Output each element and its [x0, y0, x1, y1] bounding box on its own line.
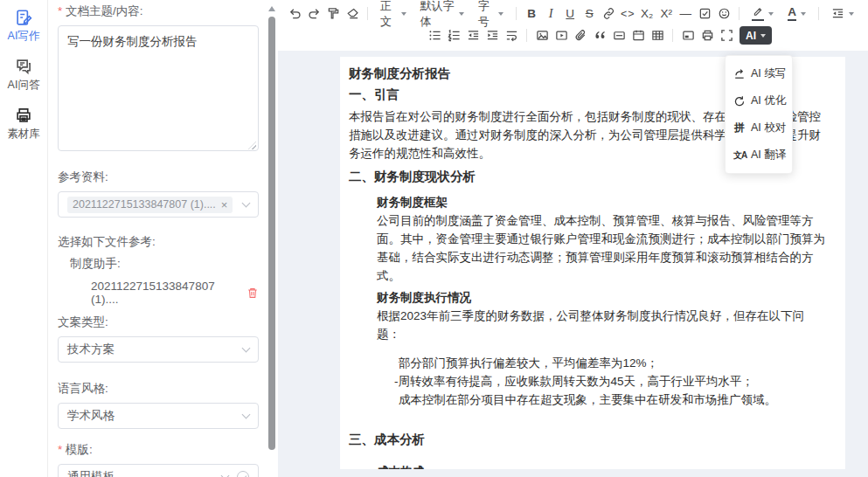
doc-subheading: 财务制度执行情况 [377, 288, 828, 307]
superscript-icon[interactable]: X² [656, 3, 676, 24]
reference-tag-text: 2021122715133847807 (1).... [73, 198, 216, 211]
scrollbar-thumb[interactable] [268, 17, 275, 450]
menu-item-ai-proofread[interactable]: 拼 AI 校对 [726, 114, 792, 142]
insert-video-icon[interactable] [552, 25, 571, 45]
menu-item-label: AI 校对 [751, 121, 786, 135]
strikethrough-icon[interactable]: S [580, 3, 599, 24]
nav-rail: AI写作 AI问答 素材库 [0, 0, 48, 477]
topic-textarea[interactable]: 写一份财务制度分析报告 [58, 25, 259, 151]
style-label: 语言风格: [58, 381, 259, 397]
assistant-label: 制度助手: [70, 256, 259, 272]
numbered-list-icon[interactable] [444, 25, 463, 45]
task-checkbox-icon[interactable] [695, 3, 714, 24]
inline-code-icon[interactable]: <> [618, 3, 637, 24]
doc-list-item: -周转效率有待提高，应收账款周转天数为45天，高于行业平均水平； [394, 372, 828, 391]
sidebar-item-ai-qa[interactable]: AI问答 [8, 58, 40, 93]
ai-tools-menu: AI 续写 AI 优化 拼 AI 校对 文A AI 翻译 [725, 55, 793, 174]
remove-tag-icon[interactable]: × [221, 198, 228, 211]
chevron-down-icon [242, 198, 251, 207]
emoji-icon[interactable] [714, 3, 733, 24]
clear-format-eraser-icon[interactable] [343, 3, 362, 24]
undo-icon[interactable] [285, 3, 304, 24]
file-name: 2021122715133847807 (1).... [91, 280, 234, 306]
menu-item-ai-continue[interactable]: AI 续写 [726, 60, 792, 87]
blockquote-icon[interactable] [590, 25, 609, 45]
sidebar-item-label: AI写作 [8, 29, 40, 44]
doc-paragraph: 公司目前的制度涵盖了资金管理、成本控制、预算管理、核算与报告、风险管理等方面。其… [377, 211, 828, 285]
chevron-down-icon [498, 12, 503, 16]
editor-area: 正文 默认字体 字号 B I U S <> X₂ X² — [278, 0, 868, 477]
writing-form-panel: 文档主题/内容: 写一份财务制度分析报告 参考资料: 2021122715133… [48, 0, 278, 477]
sidebar-item-label: AI问答 [8, 78, 40, 93]
doc-subheading: 财务制度框架 [377, 193, 828, 211]
check-circle-icon [237, 471, 249, 477]
sidebar-item-label: 素材库 [7, 127, 40, 142]
underline-icon[interactable]: U [560, 3, 580, 24]
bold-icon[interactable]: B [522, 3, 541, 24]
sidebar-item-ai-writing[interactable]: AI写作 [8, 9, 40, 44]
editor-toolbar: 正文 默认字体 字号 B I U S <> X₂ X² — [278, 0, 868, 51]
font-size-dropdown[interactable]: 字号 [471, 3, 511, 24]
sidebar-item-material-library[interactable]: 素材库 [7, 107, 40, 142]
highlight-color-dropdown[interactable] [745, 3, 781, 24]
toolbar-divider [367, 7, 368, 20]
continue-writing-icon [733, 68, 746, 80]
preview-icon[interactable] [678, 25, 698, 45]
doc-type-label: 文案类型: [58, 315, 259, 330]
chevron-down-icon [242, 343, 251, 352]
toolbar-row-2: AI [285, 24, 861, 46]
menu-item-ai-optimize[interactable]: AI 优化 [726, 87, 792, 114]
ai-tools-button[interactable]: AI [740, 26, 772, 45]
text-wrap-icon[interactable] [502, 25, 521, 45]
subscript-icon[interactable]: X₂ [637, 3, 656, 24]
app-window: AI写作 AI问答 素材库 文档主题/内容: 写一份财务制度分析报告 参考资料:… [0, 0, 868, 477]
toolbar-divider [818, 7, 819, 20]
toolbar-row-1: 正文 默认字体 字号 B I U S <> X₂ X² — [285, 3, 861, 24]
insert-table-icon[interactable] [648, 25, 667, 45]
scroll-up-arrow-icon[interactable] [268, 6, 275, 11]
style-select[interactable]: 学术风格 [58, 403, 259, 429]
alignment-dropdown[interactable] [824, 3, 861, 24]
translate-icon: 文A [733, 149, 746, 162]
chevron-down-icon [760, 34, 766, 38]
format-painter-icon[interactable] [323, 3, 343, 24]
insert-image-icon[interactable] [532, 25, 552, 45]
library-icon [15, 107, 32, 124]
attachment-icon[interactable] [571, 25, 590, 45]
chevron-down-icon [768, 12, 774, 16]
doc-type-select[interactable]: 技术方案 [58, 336, 259, 363]
fullscreen-icon[interactable] [717, 25, 736, 45]
font-family-dropdown[interactable]: 默认字体 [413, 3, 471, 24]
link-icon[interactable] [599, 3, 618, 24]
chevron-down-icon [459, 12, 464, 16]
doc-type-value: 技术方案 [67, 342, 243, 357]
insert-date-icon[interactable] [628, 25, 648, 45]
chevron-down-icon [801, 12, 806, 16]
trash-icon[interactable] [247, 287, 259, 300]
menu-item-ai-translate[interactable]: 文A AI 翻译 [726, 142, 792, 169]
chevron-down-icon [242, 410, 251, 418]
horizontal-rule-icon[interactable]: — [676, 3, 695, 24]
divider-block-icon[interactable] [609, 25, 628, 45]
template-label: 模版: [58, 442, 259, 458]
doc-paragraph: 根据2023年前三季度的财务数据，公司整体财务制度执行情况良好，但存在以下问题： [377, 307, 828, 343]
indent-icon[interactable] [483, 25, 502, 45]
redo-icon[interactable] [304, 3, 323, 24]
bullet-list-icon[interactable] [425, 25, 444, 45]
chat-icon [15, 58, 32, 75]
doc-heading: 三、成本分析 [349, 431, 828, 449]
print-icon[interactable] [698, 25, 717, 45]
chevron-down-icon [401, 12, 406, 16]
reference-select[interactable]: 2021122715133847807 (1).... × [58, 191, 259, 218]
paragraph-style-dropdown[interactable]: 正文 [373, 3, 413, 24]
outdent-icon[interactable] [463, 25, 483, 45]
template-select[interactable]: 通用模板 [58, 464, 259, 477]
reference-label: 参考资料: [58, 169, 259, 185]
doc-list-item: 成本控制在部分项目中存在超支现象，主要集中在研发和市场推广领域。 [399, 391, 828, 409]
paragraph-style-value: 正文 [380, 0, 397, 30]
italic-icon[interactable]: I [541, 3, 560, 24]
ai-button-label: AI [746, 30, 756, 42]
chevron-down-icon [221, 471, 230, 477]
font-color-dropdown[interactable]: A [781, 3, 813, 24]
doc-list-item: 部分部门预算执行偏差较大，平均偏差率为12%； [399, 354, 828, 372]
